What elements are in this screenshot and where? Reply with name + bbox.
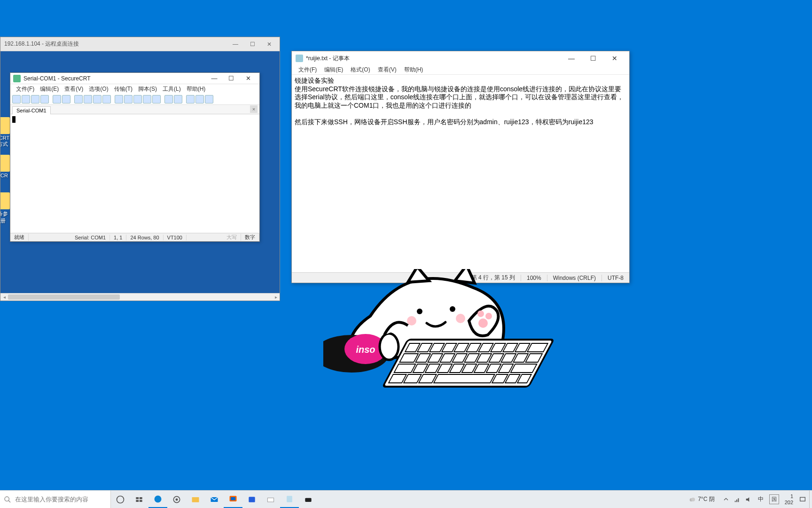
toolbar-icon[interactable]	[102, 95, 111, 103]
toolbar-icon[interactable]	[40, 95, 49, 103]
scroll-left-icon[interactable]: ◂	[0, 294, 8, 301]
toolbar-icon[interactable]	[186, 95, 195, 103]
securecrt-title: Serial-COM1 - SecureCRT	[23, 75, 206, 82]
notepad-text-area[interactable]: 锐捷设备实验 使用SecureCRT软件连接锐捷设备，我的电脑与锐捷设备的连接是…	[294, 76, 627, 272]
toolbar-icon[interactable]	[133, 95, 142, 103]
svg-rect-55	[136, 500, 139, 501]
taskbar-search[interactable]: 在这里输入你要搜索的内容	[0, 491, 111, 508]
volume-icon[interactable]	[745, 496, 752, 503]
svg-point-6	[380, 333, 398, 360]
minimize-button[interactable]: —	[206, 73, 223, 84]
menu-format[interactable]: 格式(O)	[347, 66, 374, 74]
securecrt-window[interactable]: Serial-COM1 - SecureCRT — ☐ ✕ 文件(F) 编辑(E…	[10, 72, 260, 242]
shortcut-icon	[0, 192, 10, 209]
tray-weather[interactable]: 7°C 阴	[688, 495, 718, 503]
taskbar-app-music[interactable]	[261, 491, 280, 508]
svg-marker-73	[746, 497, 749, 501]
horizontal-scrollbar[interactable]: ◂ ▸	[0, 293, 280, 301]
menu-view[interactable]: 查看(V)	[62, 85, 86, 93]
menu-view[interactable]: 查看(V)	[374, 66, 400, 74]
toolbar-icon[interactable]	[31, 95, 39, 103]
task-view-button[interactable]	[111, 491, 130, 508]
ime-keyboard[interactable]: 国	[769, 494, 779, 504]
terminal-area[interactable]	[11, 115, 258, 233]
taskbar-app-notepad[interactable]	[280, 491, 299, 508]
svg-rect-14	[442, 343, 457, 352]
taskbar-app-bongocat[interactable]	[299, 491, 318, 508]
menu-help[interactable]: 帮助(H)	[184, 85, 209, 93]
tray-clock[interactable]: 1 202	[783, 493, 795, 505]
toolbar-icon[interactable]	[124, 95, 133, 103]
clock-date: 202	[785, 500, 793, 505]
search-placeholder: 在这里输入你要搜索的内容	[15, 495, 88, 504]
network-icon[interactable]	[734, 496, 741, 503]
taskbar-app-mail[interactable]	[205, 491, 224, 508]
status-caps: 大写	[223, 234, 241, 241]
taskbar-app-generic[interactable]	[242, 491, 261, 508]
scroll-right-icon[interactable]: ▸	[272, 294, 280, 301]
mousepad-logo: inso	[356, 344, 375, 355]
menu-tools[interactable]: 工具(L)	[160, 85, 184, 93]
rdp-titlebar[interactable]: 192.168.1.104 - 远程桌面连接 — ☐ ✕	[0, 37, 280, 51]
session-tab[interactable]: Serial-COM1	[12, 106, 51, 114]
shortcut-icon	[0, 117, 10, 134]
maximize-button[interactable]: ☐	[244, 38, 261, 50]
close-button[interactable]: ✕	[240, 73, 257, 84]
menu-file[interactable]: 文件(F)	[295, 66, 320, 74]
toolbar-icon[interactable]	[62, 95, 70, 103]
status-term-size: 24 Rows, 80	[126, 235, 163, 240]
taskbar-app-settings[interactable]	[167, 491, 186, 508]
taskbar-app-vmware[interactable]	[224, 491, 242, 508]
securecrt-menubar[interactable]: 文件(F) 编辑(E) 查看(V) 选项(O) 传输(T) 脚本(S) 工具(L…	[10, 84, 259, 94]
notepad-window[interactable]: *ruijie.txt - 记事本 — ☐ ✕ 文件(F) 编辑(E) 格式(O…	[291, 51, 630, 283]
toolbar-icon[interactable]	[152, 95, 161, 103]
menu-edit[interactable]: 编辑(E)	[320, 66, 347, 74]
chevron-up-icon[interactable]	[722, 496, 730, 503]
close-button[interactable]: ✕	[604, 52, 625, 65]
menu-file[interactable]: 文件(F)	[13, 85, 37, 93]
minimize-button[interactable]: —	[561, 52, 582, 65]
show-desktop-button[interactable]	[809, 491, 812, 508]
toolbar-icon[interactable]	[12, 95, 21, 103]
menu-script[interactable]: 脚本(S)	[135, 85, 160, 93]
close-button[interactable]: ✕	[261, 38, 278, 50]
menu-options[interactable]: 选项(O)	[86, 85, 111, 93]
securecrt-titlebar[interactable]: Serial-COM1 - SecureCRT — ☐ ✕	[10, 73, 259, 84]
menu-edit[interactable]: 编辑(E)	[37, 85, 62, 93]
notepad-titlebar[interactable]: *ruijie.txt - 记事本 — ☐ ✕	[292, 51, 629, 65]
system-tray[interactable]: 7°C 阴 中 国 1 202	[686, 491, 809, 508]
svg-rect-39	[474, 364, 489, 373]
toolbar-icon[interactable]	[164, 95, 173, 103]
toolbar-icon[interactable]	[174, 95, 182, 103]
notepad-menubar[interactable]: 文件(F) 编辑(E) 格式(O) 查看(V) 帮助(H)	[292, 65, 629, 75]
toolbar-icon[interactable]	[74, 95, 83, 103]
toolbar-icon[interactable]	[22, 95, 30, 103]
tab-close-icon[interactable]: ×	[250, 105, 258, 113]
svg-rect-37	[450, 364, 465, 373]
maximize-button[interactable]: ☐	[223, 73, 240, 84]
taskbar-app-explorer[interactable]	[186, 491, 205, 508]
svg-point-2	[407, 316, 416, 325]
taskbar[interactable]: 在这里输入你要搜索的内容 7°C 阴 中 国 1 202	[0, 490, 812, 508]
notepad-icon	[296, 55, 303, 62]
svg-point-52	[117, 496, 124, 503]
toolbar-icon[interactable]	[84, 95, 92, 103]
toolbar-icon[interactable]	[53, 95, 61, 103]
toolbar-icon[interactable]	[195, 95, 204, 103]
svg-point-57	[155, 495, 162, 502]
toolbar-icon[interactable]	[205, 95, 213, 103]
svg-rect-49	[517, 374, 531, 383]
toolbar-icon[interactable]	[143, 95, 151, 103]
minimize-button[interactable]: —	[227, 38, 244, 50]
ime-language[interactable]: 中	[756, 494, 765, 504]
taskbar-app-edge[interactable]	[148, 491, 167, 508]
notifications-icon[interactable]	[799, 496, 806, 503]
toolbar-icon[interactable]	[93, 95, 102, 103]
menu-transfer[interactable]: 传输(T)	[111, 85, 135, 93]
toolbar-icon[interactable]	[115, 95, 123, 103]
scroll-thumb[interactable]	[8, 294, 120, 300]
maximize-button[interactable]: ☐	[582, 52, 604, 65]
cortana-button[interactable]	[130, 491, 148, 508]
svg-point-8	[485, 313, 492, 319]
menu-help[interactable]: 帮助(H)	[400, 66, 427, 74]
